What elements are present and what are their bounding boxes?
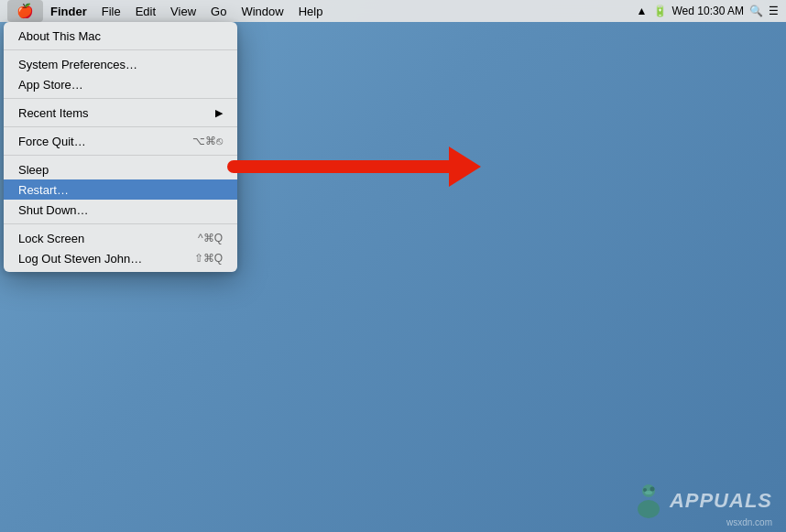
menubar-go[interactable]: Go	[203, 0, 234, 22]
menubar-view[interactable]: View	[163, 0, 203, 22]
apple-menu-trigger[interactable]: 🍎	[7, 0, 43, 22]
menu-separator-5	[4, 223, 237, 224]
menubar-finder[interactable]: Finder	[43, 0, 94, 22]
svg-point-4	[643, 488, 647, 492]
lock-screen-item[interactable]: Lock Screen ^⌘Q	[4, 228, 237, 248]
clock: Wed 10:30 AM	[672, 5, 745, 17]
menubar: 🍎 Finder File Edit View Go Window Help ▲…	[0, 0, 786, 22]
restart-item[interactable]: Restart…	[4, 179, 237, 200]
svg-point-3	[638, 500, 660, 518]
spotlight-icon[interactable]: 🔍	[749, 5, 763, 17]
red-arrow-annotation	[224, 139, 481, 194]
system-preferences-item[interactable]: System Preferences…	[4, 54, 237, 74]
appuals-text: APPUALS	[670, 489, 772, 513]
force-quit-shortcut: ⌥⌘⎋	[192, 135, 223, 147]
wifi-icon[interactable]: ▲	[637, 5, 648, 17]
log-out-item[interactable]: Log Out Steven John… ⇧⌘Q	[4, 248, 237, 268]
menubar-window[interactable]: Window	[234, 0, 290, 22]
recent-items-item[interactable]: Recent Items ▶	[4, 103, 237, 123]
log-out-shortcut: ⇧⌘Q	[194, 252, 223, 265]
sleep-item[interactable]: Sleep	[4, 159, 237, 179]
svg-point-6	[645, 491, 652, 494]
about-this-mac-item[interactable]: About This Mac	[4, 26, 237, 46]
menubar-file[interactable]: File	[94, 0, 128, 22]
menu-separator-2	[4, 98, 237, 99]
notification-icon[interactable]: ☰	[769, 5, 779, 17]
menubar-edit[interactable]: Edit	[128, 0, 163, 22]
appuals-brand: APPUALS	[632, 483, 772, 518]
app-store-item[interactable]: App Store…	[4, 74, 237, 94]
menu-separator-3	[4, 126, 237, 127]
submenu-arrow-icon: ▶	[215, 107, 223, 119]
force-quit-item[interactable]: Force Quit… ⌥⌘⎋	[4, 131, 237, 151]
desktop: 🍎 Finder File Edit View Go Window Help ▲…	[0, 0, 786, 532]
lock-screen-shortcut: ^⌘Q	[198, 232, 223, 244]
menubar-right: ▲ 🔋 Wed 10:30 AM 🔍 ☰	[637, 5, 779, 17]
menu-separator-4	[4, 155, 237, 156]
watermark-url: wsxdn.com	[726, 517, 772, 527]
menubar-help[interactable]: Help	[291, 0, 331, 22]
shut-down-item[interactable]: Shut Down…	[4, 200, 237, 220]
svg-marker-1	[449, 147, 481, 187]
menu-separator-1	[4, 49, 237, 50]
battery-icon: 🔋	[653, 5, 667, 17]
appuals-logo-icon	[632, 483, 665, 518]
svg-point-5	[650, 487, 654, 492]
apple-dropdown-menu: About This Mac System Preferences… App S…	[4, 22, 237, 272]
